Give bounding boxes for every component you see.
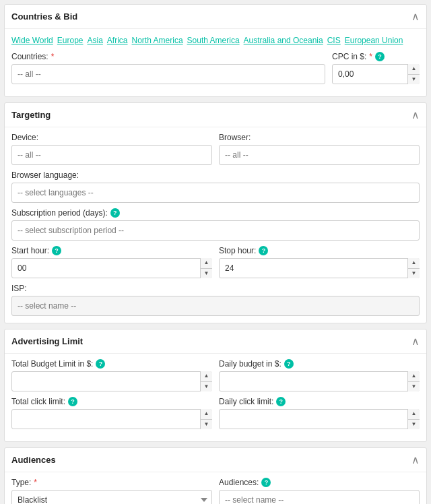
- countries-bid-body: Wide World Europe Asia Africa North Amer…: [5, 29, 426, 96]
- stop-hour-help-icon[interactable]: ?: [259, 246, 268, 255]
- region-asia[interactable]: Asia: [88, 36, 103, 45]
- stop-hour-spinner-down[interactable]: ▼: [408, 269, 420, 279]
- total-budget-wrapper: ▲ ▼: [11, 371, 212, 391]
- cpc-spinner: ▲ ▼: [407, 64, 420, 84]
- type-audiences-row: Type: * Blacklist Whitelist Audiences: ?: [11, 478, 420, 504]
- targeting-header[interactable]: Targeting ∧: [5, 103, 426, 127]
- countries-bid-header[interactable]: Countries & Bid ∧: [5, 5, 426, 29]
- targeting-chevron: ∧: [411, 108, 420, 121]
- browser-group: Browser:: [219, 133, 420, 165]
- browser-lang-label: Browser language:: [11, 170, 420, 180]
- subscription-input[interactable]: [11, 220, 420, 241]
- start-hour-wrapper: ▲ ▼: [11, 258, 212, 278]
- audiences-help-icon[interactable]: ?: [261, 478, 271, 487]
- isp-input[interactable]: [11, 296, 420, 316]
- daily-budget-wrapper: ▲ ▼: [219, 371, 420, 391]
- region-south-america[interactable]: South America: [187, 36, 240, 45]
- cpc-spinner-down[interactable]: ▼: [408, 75, 420, 85]
- type-select[interactable]: Blacklist Whitelist: [11, 490, 212, 504]
- isp-label: ISP:: [11, 284, 420, 293]
- device-group: Device:: [11, 133, 212, 165]
- region-wide-world[interactable]: Wide World: [11, 36, 53, 45]
- cpc-group: CPC in $: * ? ▲ ▼: [332, 52, 420, 84]
- subscription-label: Subscription period (days): ?: [11, 208, 420, 218]
- targeting-section: Targeting ∧ Device: Browser: Browser lan…: [4, 102, 427, 323]
- daily-budget-input[interactable]: [219, 371, 420, 391]
- start-hour-group: Start hour: ? ▲ ▼: [11, 246, 212, 278]
- start-hour-label: Start hour: ?: [11, 246, 212, 255]
- subscription-group: Subscription period (days): ?: [11, 208, 420, 241]
- daily-click-spinner-down[interactable]: ▼: [408, 420, 420, 430]
- total-budget-label: Total Budget Limit in $: ?: [11, 359, 212, 369]
- subscription-help-icon[interactable]: ?: [110, 208, 120, 218]
- type-select-wrapper: Blacklist Whitelist: [11, 490, 212, 504]
- device-input[interactable]: [11, 145, 212, 165]
- device-browser-row: Device: Browser:: [11, 133, 420, 165]
- daily-budget-spinner-down[interactable]: ▼: [408, 382, 420, 392]
- region-europe[interactable]: Europe: [57, 36, 84, 45]
- start-hour-spinner-up[interactable]: ▲: [201, 258, 212, 269]
- total-click-spinner: ▲ ▼: [200, 409, 212, 429]
- audiences-input[interactable]: [219, 490, 420, 504]
- advertising-limit-title: Advertising Limit: [11, 336, 83, 346]
- advertising-limit-header[interactable]: Advertising Limit ∧: [5, 329, 426, 354]
- stop-hour-input[interactable]: [219, 258, 420, 278]
- cpc-required: *: [369, 52, 372, 61]
- total-click-wrapper: ▲ ▼: [11, 409, 212, 429]
- daily-budget-spinner-up[interactable]: ▲: [408, 371, 420, 382]
- cpc-help-icon[interactable]: ?: [375, 52, 385, 61]
- browser-label: Browser:: [219, 133, 420, 142]
- countries-bid-chevron: ∧: [411, 10, 420, 23]
- region-north-america[interactable]: North America: [132, 36, 183, 45]
- region-africa[interactable]: Africa: [107, 36, 128, 45]
- region-links-row: Wide World Europe Asia Africa North Amer…: [11, 34, 420, 46]
- advertising-limit-chevron: ∧: [411, 335, 420, 348]
- countries-bid-title: Countries & Bid: [11, 11, 77, 22]
- daily-budget-group: Daily budget in $: ? ▲ ▼: [219, 359, 420, 391]
- cpc-spinner-up[interactable]: ▲: [408, 64, 420, 75]
- total-budget-spinner-down[interactable]: ▼: [201, 382, 212, 392]
- region-australia[interactable]: Australia and Oceania: [244, 36, 323, 45]
- total-click-spinner-up[interactable]: ▲: [201, 409, 212, 420]
- region-cis[interactable]: CIS: [327, 36, 341, 45]
- daily-budget-label: Daily budget in $: ?: [219, 359, 420, 369]
- type-group: Type: * Blacklist Whitelist: [11, 478, 212, 504]
- audiences-section: Audiences ∧ Type: * Blacklist Whitelist: [4, 447, 427, 504]
- stop-hour-spinner-up[interactable]: ▲: [408, 258, 420, 269]
- region-european-union[interactable]: European Union: [345, 36, 403, 45]
- daily-click-input[interactable]: [219, 409, 420, 429]
- daily-click-help-icon[interactable]: ?: [276, 397, 286, 406]
- total-click-group: Total click limit: ? ▲ ▼: [11, 397, 212, 429]
- daily-budget-spinner: ▲ ▼: [407, 371, 420, 391]
- stop-hour-spinner: ▲ ▼: [407, 258, 420, 278]
- device-label: Device:: [11, 133, 212, 142]
- cpc-input[interactable]: [332, 64, 420, 84]
- click-row: Total click limit: ? ▲ ▼ Daily click lim…: [11, 397, 420, 429]
- browser-input[interactable]: [219, 145, 420, 165]
- audiences-name-group: Audiences: ?: [219, 478, 420, 504]
- start-hour-input[interactable]: [11, 258, 212, 278]
- total-click-spinner-down[interactable]: ▼: [201, 420, 212, 430]
- audiences-header[interactable]: Audiences ∧: [5, 448, 426, 472]
- cpc-label: CPC in $: * ?: [332, 52, 420, 61]
- daily-click-spinner-up[interactable]: ▲: [408, 409, 420, 420]
- browser-lang-input[interactable]: [11, 183, 420, 203]
- countries-input[interactable]: [11, 64, 325, 84]
- total-budget-help-icon[interactable]: ?: [96, 359, 105, 369]
- advertising-limit-body: Total Budget Limit in $: ? ▲ ▼ Daily bud…: [5, 354, 426, 441]
- start-hour-help-icon[interactable]: ?: [52, 246, 61, 255]
- budget-row: Total Budget Limit in $: ? ▲ ▼ Daily bud…: [11, 359, 420, 391]
- countries-bid-section: Countries & Bid ∧ Wide World Europe Asia…: [4, 4, 427, 97]
- start-hour-spinner: ▲ ▼: [200, 258, 212, 278]
- audiences-title: Audiences: [11, 455, 56, 465]
- audiences-body: Type: * Blacklist Whitelist Audiences: ?: [5, 472, 426, 504]
- total-budget-spinner-up[interactable]: ▲: [201, 371, 212, 382]
- total-click-help-icon[interactable]: ?: [68, 397, 77, 406]
- stop-hour-group: Stop hour: ? ▲ ▼: [219, 246, 420, 278]
- total-click-input[interactable]: [11, 409, 212, 429]
- targeting-title: Targeting: [11, 110, 51, 120]
- start-hour-spinner-down[interactable]: ▼: [201, 269, 212, 279]
- total-budget-input[interactable]: [11, 371, 212, 391]
- browser-lang-group: Browser language:: [11, 170, 420, 203]
- daily-budget-help-icon[interactable]: ?: [284, 359, 294, 369]
